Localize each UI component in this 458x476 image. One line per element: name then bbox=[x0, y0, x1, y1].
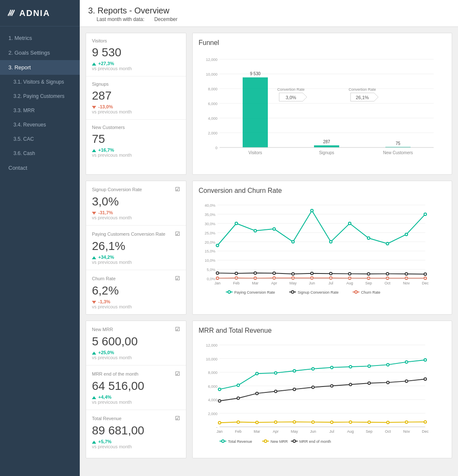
metric-value: 287 bbox=[92, 89, 180, 103]
svg-point-132 bbox=[218, 421, 221, 424]
sidebar-item-report[interactable]: 3. Report bbox=[0, 60, 80, 75]
svg-point-63 bbox=[273, 272, 275, 274]
svg-point-101 bbox=[291, 291, 294, 293]
metric-item: Churn Rate☑6,2% -1,3% vs previcous month bbox=[86, 270, 186, 314]
metric-checkbox[interactable]: ☑ bbox=[175, 275, 180, 281]
svg-text:Nov: Nov bbox=[403, 281, 410, 285]
svg-text:Jul: Jul bbox=[328, 281, 333, 285]
svg-text:30,0%: 30,0% bbox=[204, 222, 215, 226]
sidebar-item-goals[interactable]: 2. Goals Settings bbox=[0, 45, 80, 60]
metric-value: 5 600,00 bbox=[92, 335, 180, 348]
svg-text:8,000: 8,000 bbox=[208, 371, 217, 375]
svg-text:Churn Rate: Churn Rate bbox=[361, 290, 380, 295]
svg-point-133 bbox=[237, 421, 240, 423]
svg-point-147 bbox=[275, 390, 277, 393]
svg-point-51 bbox=[273, 228, 275, 230]
svg-point-123 bbox=[275, 372, 277, 374]
metric-label-text: New MRR bbox=[92, 327, 113, 332]
svg-point-72 bbox=[216, 277, 219, 279]
svg-text:May: May bbox=[289, 281, 297, 285]
svg-text:35,0%: 35,0% bbox=[204, 213, 215, 217]
main-content: 3. Reports - Overview Last month with da… bbox=[80, 0, 458, 476]
svg-text:Feb: Feb bbox=[235, 429, 242, 434]
svg-text:15,0%: 15,0% bbox=[204, 249, 215, 253]
metric-label-text: Paying Customers Conversion Rate bbox=[92, 231, 165, 237]
svg-point-140 bbox=[368, 421, 370, 423]
metric-item: Signup Conversion Rate☑3,0% -31,7% vs pr… bbox=[86, 181, 186, 226]
metric-checkbox[interactable]: ☑ bbox=[175, 371, 180, 377]
subtitle-label: Last month with data: bbox=[97, 16, 144, 22]
svg-point-55 bbox=[348, 222, 351, 225]
svg-point-131 bbox=[424, 359, 427, 361]
metric-change: -1,3% vs previcous month bbox=[92, 299, 180, 309]
svg-text:12,000: 12,000 bbox=[206, 343, 217, 347]
header-subtitle: Last month with data: December bbox=[88, 16, 450, 22]
sidebar-item-mrr[interactable]: 3.3. MRR bbox=[0, 103, 80, 118]
metric-value: 9 530 bbox=[92, 46, 180, 59]
svg-text:10,0%: 10,0% bbox=[204, 258, 215, 263]
svg-point-98 bbox=[228, 291, 230, 293]
svg-point-53 bbox=[311, 209, 313, 212]
svg-text:Jan: Jan bbox=[217, 429, 223, 434]
metric-label-text: Signups bbox=[92, 82, 109, 87]
up-arrow-icon bbox=[92, 441, 96, 444]
svg-point-59 bbox=[424, 213, 427, 216]
mrr-svg: -2,0004,0006,0008,00010,00012,000JanFebM… bbox=[199, 339, 434, 452]
sidebar-item-contact[interactable]: Contact bbox=[0, 160, 80, 175]
svg-point-75 bbox=[273, 277, 275, 279]
svg-text:6,000: 6,000 bbox=[208, 102, 217, 106]
metric-value: 75 bbox=[92, 132, 180, 146]
metric-value: 64 516,00 bbox=[92, 379, 180, 393]
down-arrow-icon bbox=[92, 212, 96, 215]
metric-checkbox[interactable]: ☑ bbox=[175, 415, 180, 421]
metric-label-text: Visitors bbox=[92, 38, 107, 43]
svg-text:0: 0 bbox=[215, 146, 217, 150]
metric-checkbox[interactable]: ☑ bbox=[175, 231, 180, 237]
svg-point-153 bbox=[387, 381, 389, 384]
sidebar-item-visitors-signups[interactable]: 3.1. Visitors & Signups bbox=[0, 75, 80, 89]
sidebar-item-paying-customers[interactable]: 3.2. Paying Customers bbox=[0, 89, 80, 103]
svg-point-71 bbox=[424, 273, 427, 276]
svg-text:6,000: 6,000 bbox=[208, 384, 217, 389]
svg-point-145 bbox=[237, 397, 240, 400]
svg-point-151 bbox=[349, 383, 352, 386]
sidebar-item-cash[interactable]: 3.6. Cash bbox=[0, 146, 80, 160]
svg-point-149 bbox=[312, 386, 314, 389]
svg-point-127 bbox=[349, 366, 352, 368]
svg-text:75: 75 bbox=[395, 141, 400, 146]
svg-text:Total Revenue: Total Revenue bbox=[228, 439, 252, 444]
svg-point-80 bbox=[367, 277, 370, 279]
svg-point-78 bbox=[330, 277, 332, 279]
svg-text:4,000: 4,000 bbox=[208, 116, 217, 121]
svg-text:Sep: Sep bbox=[366, 429, 372, 434]
logo-icon: ⫻ bbox=[7, 8, 16, 18]
svg-point-154 bbox=[405, 380, 408, 382]
svg-point-81 bbox=[386, 277, 389, 279]
metric-item: Signups287 -13,0% vs previcous month bbox=[86, 76, 186, 120]
svg-text:26,1%: 26,1% bbox=[356, 95, 369, 100]
metric-change: +5,7% vs previcous month bbox=[92, 439, 180, 449]
sidebar-item-revenues[interactable]: 3.4. Revenues bbox=[0, 118, 80, 132]
page-header: 3. Reports - Overview Last month with da… bbox=[80, 0, 458, 27]
logo-text: ADNIA bbox=[19, 8, 50, 18]
svg-text:New MRR: New MRR bbox=[271, 439, 288, 444]
svg-point-139 bbox=[349, 421, 352, 423]
svg-point-56 bbox=[367, 237, 370, 239]
svg-text:Visitors: Visitors bbox=[249, 150, 262, 155]
svg-rect-17 bbox=[314, 145, 339, 147]
svg-text:Convertion Rate: Convertion Rate bbox=[277, 87, 304, 92]
svg-point-67 bbox=[348, 273, 351, 275]
svg-point-148 bbox=[293, 388, 296, 391]
svg-point-146 bbox=[256, 392, 258, 394]
sidebar-item-metrics[interactable]: 1. Metrics bbox=[0, 31, 80, 45]
metric-change: +16,7% vs previcous month bbox=[92, 147, 180, 158]
funnel-svg: 02,0004,0006,0008,00010,00012,0009 530Vi… bbox=[199, 51, 442, 168]
sidebar-item-cac[interactable]: 3.5. CAC bbox=[0, 132, 80, 146]
svg-point-77 bbox=[311, 277, 313, 279]
svg-text:Signup Conversion Rate: Signup Conversion Rate bbox=[298, 290, 339, 295]
svg-text:2,000: 2,000 bbox=[208, 131, 217, 135]
metric-checkbox[interactable]: ☑ bbox=[175, 186, 180, 192]
svg-text:2,000: 2,000 bbox=[208, 412, 217, 416]
svg-text:Oct: Oct bbox=[385, 429, 391, 434]
metric-checkbox[interactable]: ☑ bbox=[175, 326, 180, 332]
